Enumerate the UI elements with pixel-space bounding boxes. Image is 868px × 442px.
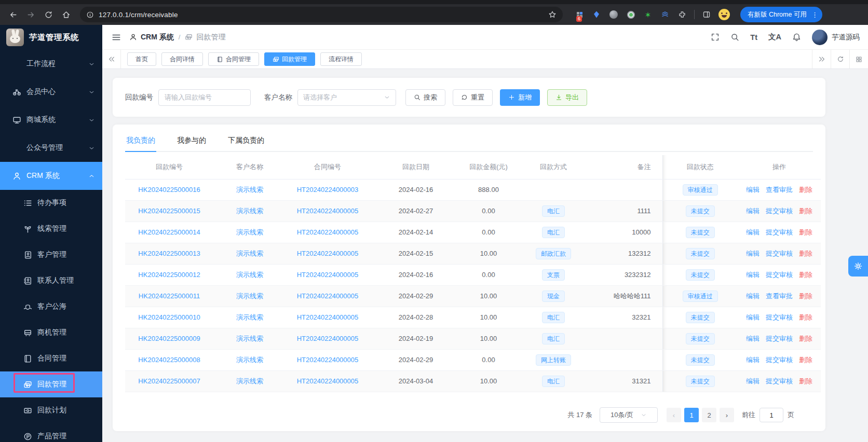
sidebar-item-mall[interactable]: 商城系统	[0, 106, 102, 134]
receivable-no-link[interactable]: HK20240225000015	[138, 207, 200, 215]
site-info-icon[interactable]	[86, 11, 94, 19]
action-submit-review-link[interactable]: 提交审核	[766, 228, 793, 236]
sidebar-item-工作流程[interactable]: 工作流程	[0, 50, 102, 78]
add-button[interactable]: 新增	[500, 89, 540, 106]
action-submit-review-link[interactable]: 提交审核	[766, 271, 793, 279]
reset-button[interactable]: 重置	[453, 89, 493, 106]
extension-icon-kite[interactable]	[591, 9, 602, 20]
receivable-no-link[interactable]: HK20240225000014	[138, 228, 200, 236]
receivable-no-link[interactable]: HK20240225000016	[138, 186, 200, 194]
tab-合同管理[interactable]: 合同管理	[208, 52, 259, 66]
customer-link[interactable]: 演示线索	[236, 271, 263, 279]
action-submit-review-link[interactable]: 提交审核	[766, 377, 793, 385]
customer-link[interactable]: 演示线索	[236, 250, 263, 257]
receivable-no-link[interactable]: HK20240225000013	[138, 250, 200, 257]
action-delete-link[interactable]: 删除	[799, 335, 812, 342]
action-edit-link[interactable]: 编辑	[746, 292, 760, 300]
browser-back-button[interactable]	[6, 8, 20, 21]
action-edit-link[interactable]: 编辑	[746, 228, 760, 236]
action-edit-link[interactable]: 编辑	[746, 271, 760, 279]
action-submit-review-link[interactable]: 提交审核	[766, 207, 793, 215]
fullscreen-button[interactable]	[711, 33, 720, 42]
action-view-approval-link[interactable]: 查看审批	[766, 292, 793, 300]
customer-link[interactable]: 演示线索	[236, 356, 263, 364]
app-logo[interactable]: 芋道管理系统	[0, 25, 102, 50]
sidebar-item-customer[interactable]: 客户管理	[0, 242, 102, 268]
collapse-menu-button[interactable]	[112, 33, 121, 42]
browser-home-button[interactable]	[59, 8, 73, 21]
action-delete-link[interactable]: 删除	[799, 207, 812, 215]
page-button-1[interactable]: 1	[684, 408, 699, 422]
user-menu[interactable]: 芋道源码	[812, 30, 860, 45]
sidebar-item-pool[interactable]: 客户公海	[0, 294, 102, 320]
action-delete-link[interactable]: 删除	[799, 292, 812, 300]
receivable-no-link[interactable]: HK20240225000009	[138, 335, 200, 342]
customer-link[interactable]: 演示线索	[236, 228, 263, 236]
theme-settings-button[interactable]	[848, 256, 868, 277]
contract-link[interactable]: HT20240224000003	[297, 186, 359, 194]
export-button[interactable]: 导出	[547, 89, 587, 106]
action-edit-link[interactable]: 编辑	[746, 356, 760, 364]
customer-link[interactable]: 演示线索	[236, 207, 263, 215]
scope-tab-我参与的[interactable]: 我参与的	[176, 130, 207, 152]
action-edit-link[interactable]: 编辑	[746, 377, 760, 385]
sidebar-item-contact[interactable]: 联系人管理	[0, 268, 102, 294]
action-submit-review-link[interactable]: 提交审核	[766, 335, 793, 342]
action-edit-link[interactable]: 编辑	[746, 186, 760, 194]
tab-合同详情[interactable]: 合同详情	[161, 52, 203, 66]
action-delete-link[interactable]: 删除	[799, 271, 812, 279]
contract-link[interactable]: HT20240224000005	[297, 356, 359, 364]
contract-link[interactable]: HT20240224000005	[297, 207, 359, 215]
action-edit-link[interactable]: 编辑	[746, 250, 760, 257]
receivable-no-link[interactable]: HK20240225000012	[138, 271, 200, 279]
sidebar-item-contract[interactable]: 合同管理	[0, 346, 102, 371]
contract-link[interactable]: HT20240224000005	[297, 335, 359, 342]
tab-流程详情[interactable]: 流程详情	[320, 52, 362, 66]
action-delete-link[interactable]: 删除	[799, 356, 812, 364]
browser-menu-icon[interactable]: ⋮	[811, 11, 818, 19]
action-delete-link[interactable]: 删除	[799, 313, 812, 321]
browser-forward-button[interactable]	[24, 8, 37, 21]
chrome-update-button[interactable]: 有新版 Chrome 可用 ⋮	[740, 7, 822, 22]
search-button[interactable]	[730, 33, 739, 42]
extension-icon-badged[interactable]: 6	[574, 9, 585, 20]
tags-refresh-button[interactable]	[831, 50, 849, 68]
locale-button[interactable]: 文A	[768, 32, 781, 42]
action-delete-link[interactable]: 删除	[799, 377, 812, 385]
sidebar-item-receivable[interactable]: 回款管理	[0, 371, 102, 397]
next-page-button[interactable]: ›	[720, 408, 734, 422]
extension-icon-sphere[interactable]	[608, 9, 619, 20]
action-submit-review-link[interactable]: 提交审核	[766, 313, 793, 321]
extension-icon-green-star[interactable]: ✶	[643, 9, 653, 20]
contract-link[interactable]: HT20240224000005	[297, 377, 359, 385]
goto-page-input[interactable]	[760, 408, 783, 422]
tab-首页[interactable]: 首页	[127, 52, 156, 66]
font-size-button[interactable]: Tt	[750, 33, 757, 42]
page-size-select[interactable]: 10条/页	[600, 407, 658, 423]
receivable-no-link[interactable]: HK20240225000008	[138, 356, 200, 364]
sidebar-item-plan[interactable]: 回款计划	[0, 397, 102, 423]
prev-page-button[interactable]: ‹	[667, 408, 681, 422]
action-delete-link[interactable]: 删除	[799, 186, 812, 194]
action-submit-review-link[interactable]: 提交审核	[766, 250, 793, 257]
search-submit-button[interactable]: 搜索	[405, 89, 445, 106]
extensions-puzzle-button[interactable]	[677, 9, 687, 20]
scope-tab-我负责的[interactable]: 我负责的	[125, 130, 156, 152]
extension-icon-layers[interactable]	[660, 9, 670, 20]
sidebar-item-business[interactable]: 商机管理	[0, 320, 102, 346]
action-delete-link[interactable]: 删除	[799, 228, 812, 236]
action-view-approval-link[interactable]: 查看审批	[766, 186, 793, 194]
action-delete-link[interactable]: 删除	[799, 250, 812, 257]
contract-link[interactable]: HT20240224000005	[297, 271, 359, 279]
customer-link[interactable]: 演示线索	[236, 292, 263, 300]
notification-button[interactable]	[792, 33, 801, 42]
sidebar-item-product[interactable]: 产品管理	[0, 423, 102, 442]
receivable-no-link[interactable]: HK20240225000010	[138, 313, 200, 321]
bookmark-star-icon[interactable]	[548, 10, 557, 19]
receivable-no-link[interactable]: HK20240225000011	[139, 292, 200, 300]
sidebar-item-member[interactable]: 会员中心	[0, 78, 102, 106]
browser-reload-button[interactable]	[42, 8, 55, 21]
tab-回款管理[interactable]: 回款管理	[264, 52, 315, 66]
contract-link[interactable]: HT20240224000005	[297, 313, 359, 321]
tags-scroll-left-button[interactable]	[102, 50, 121, 68]
